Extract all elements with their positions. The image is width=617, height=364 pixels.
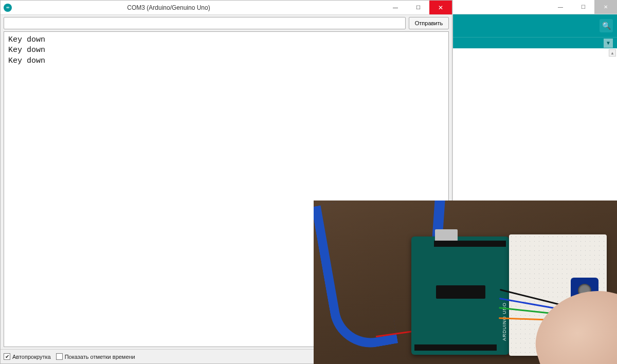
serial-monitor-button[interactable]: 🔍 <box>600 19 613 32</box>
send-button[interactable]: Отправить <box>409 17 449 29</box>
microcontroller-chip <box>436 285 485 299</box>
close-button[interactable]: ✕ <box>429 1 452 14</box>
autoscroll-label: Автопрокрутка <box>12 354 51 360</box>
minimize-button[interactable]: — <box>384 1 407 14</box>
arduino-uno-board: ARDUINO UNO <box>411 236 509 355</box>
minimize-icon: — <box>393 5 398 10</box>
timestamp-label: Показать отметки времени <box>65 354 135 360</box>
serial-input[interactable] <box>4 17 406 29</box>
ide-maximize-button[interactable]: ☐ <box>572 0 594 14</box>
maximize-button[interactable]: ☐ <box>407 1 429 14</box>
ide-minimize-button[interactable]: — <box>549 0 572 14</box>
send-row: Отправить <box>1 15 452 31</box>
scrollbar-up-button[interactable]: ▲ <box>609 49 616 57</box>
close-icon: ✕ <box>604 4 608 10</box>
hardware-photo-overlay: ARDUINO UNO <box>314 201 617 364</box>
autoscroll-checkbox[interactable]: ✔ Автопрокрутка <box>4 353 51 360</box>
ide-titlebar[interactable]: — ☐ ✕ <box>453 0 617 14</box>
pin-header <box>414 344 497 351</box>
checkbox-icon: ✔ <box>4 353 10 360</box>
tab-menu-button[interactable]: ▼ <box>604 39 613 48</box>
search-icon: 🔍 <box>602 22 611 30</box>
window-controls: — ☐ ✕ <box>384 1 452 14</box>
usb-cable <box>314 201 398 354</box>
chevron-up-icon: ▲ <box>610 51 614 56</box>
maximize-icon: ☐ <box>581 4 586 10</box>
timestamp-checkbox[interactable]: Показать отметки времени <box>56 353 135 360</box>
ide-toolbar: 🔍 <box>453 14 617 37</box>
ide-close-button[interactable]: ✕ <box>594 0 617 14</box>
close-icon: ✕ <box>438 4 443 11</box>
checkbox-icon <box>56 353 63 360</box>
ide-tab-row: ▼ <box>453 37 617 48</box>
chevron-down-icon: ▼ <box>606 40 611 46</box>
minimize-icon: — <box>558 4 563 10</box>
window-title: COM3 (Arduino/Genuino Uno) <box>15 4 322 11</box>
titlebar[interactable]: ∞ COM3 (Arduino/Genuino Uno) — ☐ ✕ <box>1 1 452 15</box>
maximize-icon: ☐ <box>416 5 421 10</box>
pin-header <box>434 241 506 247</box>
arduino-ide-window: — ☐ ✕ 🔍 ▼ ▲ <box>452 0 617 201</box>
arduino-app-icon: ∞ <box>4 4 12 12</box>
ide-editor-area[interactable]: ▲ <box>453 48 617 201</box>
